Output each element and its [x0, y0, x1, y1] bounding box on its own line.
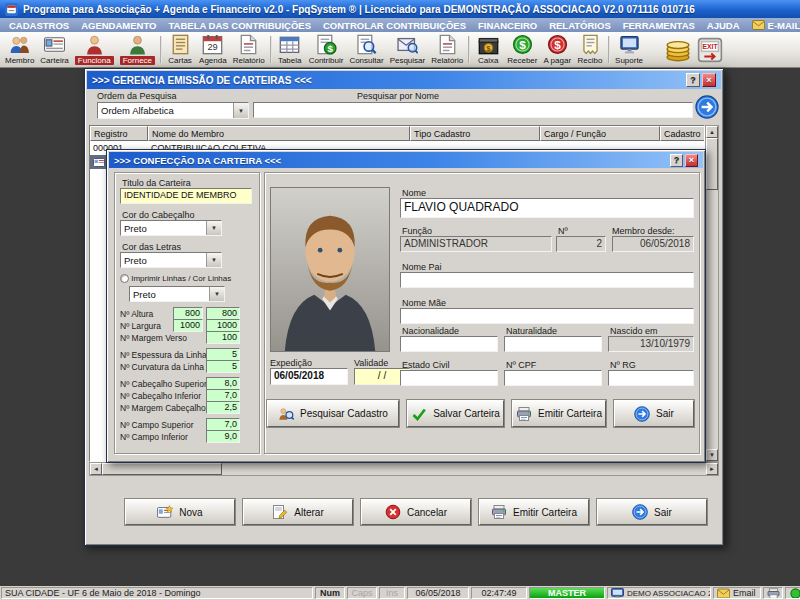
toolbar-carteira[interactable]: Carteira	[37, 33, 71, 66]
alterar-button[interactable]: Alterar	[243, 499, 353, 525]
dropdown-arrow-icon[interactable]	[206, 253, 221, 267]
card-icon	[44, 34, 65, 55]
button-label: Cancelar	[407, 507, 447, 518]
pesquisar-cadastro-button[interactable]: Pesquisar Cadastro	[267, 400, 399, 427]
toolbar-label: A pagar	[543, 56, 571, 65]
menu-ferramentas[interactable]: FERRAMENTAS	[617, 18, 701, 32]
toolbar-membro[interactable]: Membro	[2, 33, 37, 66]
metric-value-b[interactable]: 2,5	[206, 401, 240, 414]
toolbar-funciona[interactable]: Funciona	[72, 33, 117, 66]
scroll-up-icon[interactable]	[706, 126, 718, 138]
numero-input[interactable]: 2	[556, 236, 606, 252]
letters-color-select[interactable]: Preto	[120, 252, 222, 268]
toolbar-exit[interactable]: EXIT	[694, 33, 726, 66]
cpf-input[interactable]	[504, 370, 602, 386]
toolbar-tabela[interactable]: Tabela	[274, 33, 306, 66]
naturalidade-label: Naturalidade	[506, 326, 557, 336]
cancelar-button[interactable]: Cancelar	[361, 499, 471, 525]
rg-input[interactable]	[608, 370, 694, 386]
nome-input[interactable]: FLAVIO QUADRADO	[400, 198, 694, 218]
menu-label: TABELA DAS CONTRIBUIÇÕES	[168, 20, 311, 31]
emitir-carteira-button[interactable]: Emitir Carteira	[512, 400, 606, 427]
toolbar-fornece[interactable]: Fornece	[117, 33, 158, 66]
hscroll-thumb[interactable]	[102, 463, 222, 475]
toolbar-relatorio[interactable]: Relatório	[428, 33, 466, 66]
toolbar-receber[interactable]: $Receber	[504, 33, 540, 66]
naturalidade-input[interactable]	[504, 336, 602, 352]
order-select[interactable]: Ordem Alfabetica	[97, 102, 249, 119]
horizontal-scrollbar[interactable]	[89, 462, 719, 476]
dialog-title: >>> CONFECÇÃO DA CARTEIRA <<<	[114, 155, 281, 166]
salvar-carteira-button[interactable]: Salvar Carteira	[407, 400, 504, 427]
membro-desde-label: Membro desde:	[612, 226, 675, 236]
sair-button[interactable]: Sair	[614, 400, 694, 427]
refresh-button[interactable]	[695, 95, 719, 119]
dropdown-arrow-icon[interactable]	[206, 221, 221, 235]
header-color-select[interactable]: Preto	[120, 220, 222, 236]
dialog-help-button[interactable]: ?	[670, 154, 683, 167]
print-lines-option[interactable]: Imprimir Linhas / Cor Linhas	[120, 274, 231, 283]
menu-controlar-contribuicoes[interactable]: CONTROLAR CONTRIBUIÇÕES	[317, 18, 472, 32]
grid-col-registro[interactable]: Registro	[90, 126, 148, 141]
grid-col-cargo-funcao[interactable]: Cargo / Função	[540, 126, 660, 141]
metric-value-b[interactable]: 9,0	[206, 430, 240, 443]
expedicao-input[interactable]: 06/05/2018	[270, 368, 348, 385]
nascido-input[interactable]: 13/10/1979	[608, 336, 694, 352]
toolbar-agenda[interactable]: 29Agenda	[196, 33, 230, 66]
metric-label: Nº Largura	[120, 321, 161, 331]
grid-col-nome-do-membro[interactable]: Nome do Membro	[148, 126, 410, 141]
nome-pai-input[interactable]	[400, 272, 694, 288]
toolbar-suporte[interactable]: Suporte	[612, 33, 646, 66]
toolbar-contribuir[interactable]: $Contribuir	[306, 33, 347, 66]
sair-button[interactable]: Sair	[597, 499, 707, 525]
radio-icon[interactable]	[120, 274, 129, 283]
window-close-button[interactable]: ×	[702, 73, 716, 87]
menu-relatorios[interactable]: RELATÓRIOS	[543, 18, 617, 32]
window-help-button[interactable]: ?	[686, 73, 700, 87]
menu-ajuda[interactable]: AJUDA	[701, 18, 746, 32]
metric-value-b[interactable]: 100	[206, 331, 240, 344]
confeccao-dialog: >>> CONFECÇÃO DA CARTEIRA <<< ? × Titulo…	[106, 149, 706, 463]
toolbar-coins[interactable]	[662, 33, 694, 66]
dropdown-arrow-icon[interactable]	[233, 103, 248, 118]
grid-col-tipo-cadastro[interactable]: Tipo Cadastro	[410, 126, 540, 141]
scroll-right-icon[interactable]	[706, 463, 718, 475]
toolbar-relatorio[interactable]: Relatório	[230, 33, 268, 66]
funcao-input[interactable]: ADMINISTRADOR	[400, 236, 552, 252]
card-title-input[interactable]: IDENTIDADE DE MEMBRO	[120, 188, 252, 204]
search-input[interactable]	[253, 102, 693, 118]
grid-col-cadastro[interactable]: Cadastro	[660, 126, 705, 141]
member-photo	[270, 187, 390, 352]
nome-mae-label: Nome Mãe	[402, 298, 446, 308]
nova-button[interactable]: Nova	[125, 499, 235, 525]
scroll-down-icon[interactable]	[706, 449, 718, 461]
toolbar-consultar[interactable]: Consultar	[346, 33, 386, 66]
vscroll-thumb[interactable]	[706, 138, 718, 190]
app-titlebar: Programa para Associação + Agenda e Fina…	[0, 0, 800, 18]
toolbar-recibo[interactable]: Recibo	[574, 33, 606, 66]
lines-color-select[interactable]: Preto	[129, 286, 225, 302]
menu-e-mail[interactable]: E-MAIL	[746, 18, 800, 32]
toolbar-a-pagar[interactable]: $A pagar	[540, 33, 574, 66]
menu-agendamento[interactable]: AGENDAMENTO	[75, 18, 162, 32]
cpf-label: Nº CPF	[506, 360, 536, 370]
scroll-left-icon[interactable]	[90, 463, 102, 475]
toolbar-caixa[interactable]: $Caixa	[472, 33, 504, 66]
menu-financeiro[interactable]: FINANCEIRO	[472, 18, 543, 32]
dialog-close-button[interactable]: ×	[685, 154, 698, 167]
nacionalidade-input[interactable]	[400, 336, 498, 352]
svg-text:$: $	[554, 38, 561, 52]
toolbar-pesquisar[interactable]: Pesquisar	[387, 33, 429, 66]
dropdown-arrow-icon[interactable]	[209, 287, 224, 301]
menu-tabela-das-contribuicoes[interactable]: TABELA DAS CONTRIBUIÇÕES	[162, 18, 317, 32]
toolbar-cartas[interactable]: Cartas	[164, 33, 196, 66]
vertical-scrollbar[interactable]	[705, 125, 719, 462]
status-email: Email	[713, 587, 761, 599]
blue-arrow-icon	[632, 504, 648, 520]
menu-cadastros[interactable]: CADASTROS	[3, 18, 75, 32]
emitir-carteira-button[interactable]: Emitir Carteira	[479, 499, 589, 525]
nome-mae-input[interactable]	[400, 308, 694, 324]
estado-civil-input[interactable]	[400, 370, 498, 386]
metric-value-b[interactable]: 5	[206, 360, 240, 373]
membro-desde-input[interactable]: 06/05/2018	[612, 236, 694, 252]
